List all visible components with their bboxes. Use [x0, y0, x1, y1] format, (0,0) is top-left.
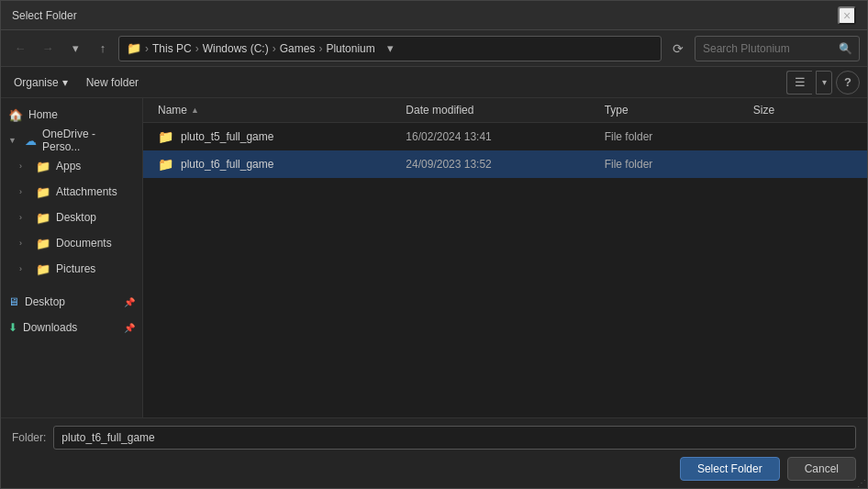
- file-list-body: 📁 pluto_t5_full_game 16/02/2024 13:41 Fi…: [143, 123, 867, 417]
- folder-label: Folder:: [12, 431, 46, 444]
- sidebar-item-attachments-label: Attachments: [56, 185, 117, 198]
- breadcrumb-dropdown-button[interactable]: ▾: [381, 37, 401, 61]
- desktop-folder-chevron-icon: ›: [19, 213, 30, 222]
- desktop-quick-icon: 🖥: [8, 295, 19, 308]
- home-icon: 🏠: [8, 108, 23, 122]
- pictures-chevron-icon: ›: [19, 264, 30, 273]
- up-button[interactable]: ↑: [91, 37, 115, 61]
- file-row-1-name: 📁 pluto_t5_full_game: [158, 129, 406, 144]
- back-button[interactable]: ←: [8, 37, 32, 61]
- file-row-2-date: 24/09/2023 13:52: [406, 158, 604, 171]
- sidebar-item-home[interactable]: 🏠 Home: [1, 102, 142, 128]
- view-dropdown-button[interactable]: ▾: [816, 71, 832, 94]
- breadcrumb-separator-4: ›: [318, 42, 322, 55]
- sidebar-item-onedrive-label: OneDrive - Perso...: [42, 128, 135, 153]
- col-type-label: Type: [605, 104, 629, 117]
- col-name-label: Name: [158, 104, 187, 117]
- file-list-header: Name ▲ Date modified Type Size: [143, 98, 867, 123]
- col-header-size[interactable]: Size: [753, 104, 852, 117]
- col-header-type[interactable]: Type: [605, 104, 753, 117]
- help-button[interactable]: ?: [836, 71, 860, 94]
- folder-input[interactable]: [53, 426, 856, 450]
- cancel-button[interactable]: Cancel: [787, 457, 856, 481]
- sidebar-item-desktop-folder-label: Desktop: [56, 211, 96, 224]
- refresh-button[interactable]: ⟳: [665, 36, 691, 61]
- title-bar: Select Folder ×: [1, 1, 867, 30]
- attachments-folder-icon: 📁: [36, 185, 50, 199]
- breadcrumb-folder-icon: 📁: [127, 41, 141, 55]
- file-row-1-type: File folder: [605, 130, 753, 143]
- dropdown-button[interactable]: ▾: [63, 37, 87, 61]
- sidebar: 🏠 Home ▼ ☁ OneDrive - Perso... › 📁 Apps …: [1, 98, 143, 417]
- pictures-folder-icon: 📁: [36, 262, 50, 276]
- file-folder-icon-1: 📁: [158, 129, 173, 144]
- search-input[interactable]: [695, 36, 860, 61]
- button-row: Select Folder Cancel: [12, 457, 856, 481]
- sidebar-item-desktop-quick-label: Desktop: [25, 295, 65, 308]
- apps-folder-icon: 📁: [36, 160, 50, 173]
- breadcrumb-separator-2: ›: [195, 42, 199, 55]
- table-row[interactable]: 📁 pluto_t5_full_game 16/02/2024 13:41 Fi…: [143, 123, 867, 150]
- onedrive-chevron-icon: ▼: [8, 136, 19, 145]
- main-content: 🏠 Home ▼ ☁ OneDrive - Perso... › 📁 Apps …: [1, 98, 867, 417]
- col-header-date[interactable]: Date modified: [406, 104, 604, 117]
- attachments-chevron-icon: ›: [19, 187, 30, 196]
- organise-label: Organise: [14, 76, 59, 89]
- onedrive-icon: ☁: [25, 134, 37, 148]
- desktop-pin-icon: 📌: [124, 297, 135, 307]
- nav-toolbar: ← → ▾ ↑ 📁 › This PC › Windows (C:) › Gam…: [1, 30, 867, 67]
- file-area: Name ▲ Date modified Type Size 📁 plut: [143, 98, 867, 417]
- table-row[interactable]: 📁 pluto_t6_full_game 24/09/2023 13:52 Fi…: [143, 150, 867, 178]
- resize-handle[interactable]: ⋰: [856, 477, 867, 488]
- file-folder-icon-2: 📁: [158, 157, 173, 172]
- close-button[interactable]: ×: [838, 6, 856, 25]
- sidebar-item-home-label: Home: [28, 108, 58, 121]
- sort-icon: ▲: [191, 106, 199, 115]
- desktop-folder-icon: 📁: [36, 211, 50, 225]
- breadcrumb-separator-3: ›: [273, 42, 276, 55]
- sidebar-item-downloads[interactable]: ⬇ Downloads 📌: [1, 315, 142, 340]
- file-name-label-1: pluto_t5_full_game: [181, 130, 273, 143]
- new-folder-button[interactable]: New folder: [81, 74, 144, 91]
- organise-toolbar: Organise ▾ New folder ☰ ▾ ?: [1, 67, 867, 98]
- sidebar-item-downloads-label: Downloads: [23, 321, 77, 334]
- sidebar-item-onedrive[interactable]: ▼ ☁ OneDrive - Perso...: [1, 128, 142, 153]
- sidebar-item-documents[interactable]: › 📁 Documents: [1, 230, 142, 256]
- search-box-wrap: 🔍: [695, 36, 860, 61]
- breadcrumb-separator-1: ›: [145, 42, 149, 55]
- sidebar-item-apps-label: Apps: [56, 160, 81, 172]
- select-folder-button[interactable]: Select Folder: [680, 457, 780, 481]
- file-row-2-name: 📁 pluto_t6_full_game: [158, 157, 406, 172]
- view-button[interactable]: ☰: [786, 71, 812, 94]
- sidebar-item-pictures[interactable]: › 📁 Pictures: [1, 256, 142, 282]
- downloads-pin-icon: 📌: [124, 323, 135, 333]
- breadcrumb-games: Games: [280, 42, 316, 55]
- forward-button[interactable]: →: [36, 37, 60, 61]
- file-name-label-2: pluto_t6_full_game: [181, 158, 273, 171]
- file-row-1-date: 16/02/2024 13:41: [406, 130, 604, 143]
- dialog-title: Select Folder: [12, 9, 77, 22]
- folder-row: Folder:: [12, 426, 856, 450]
- sidebar-item-documents-label: Documents: [56, 237, 112, 250]
- documents-folder-icon: 📁: [36, 237, 50, 250]
- col-size-label: Size: [753, 104, 774, 117]
- sidebar-item-pictures-label: Pictures: [56, 262, 95, 275]
- breadcrumb-windows: Windows (C:): [203, 42, 269, 55]
- sidebar-item-apps[interactable]: › 📁 Apps: [1, 153, 142, 179]
- col-date-label: Date modified: [406, 104, 473, 117]
- toolbar2-right: ☰ ▾ ?: [786, 71, 860, 94]
- footer: Folder: Select Folder Cancel: [1, 417, 867, 488]
- sidebar-item-attachments[interactable]: › 📁 Attachments: [1, 179, 142, 205]
- col-header-name[interactable]: Name ▲: [158, 104, 406, 117]
- sidebar-item-desktop-folder[interactable]: › 📁 Desktop: [1, 205, 142, 230]
- breadcrumb-plutonium: Plutonium: [326, 42, 374, 55]
- apps-chevron-icon: ›: [19, 161, 30, 171]
- documents-chevron-icon: ›: [19, 239, 30, 248]
- organise-arrow-icon: ▾: [62, 76, 68, 89]
- sidebar-item-desktop-quick[interactable]: 🖥 Desktop 📌: [1, 289, 142, 315]
- file-row-2-type: File folder: [605, 158, 753, 171]
- select-folder-dialog: Select Folder × ← → ▾ ↑ 📁 › This PC › Wi…: [0, 0, 868, 489]
- organise-button[interactable]: Organise ▾: [8, 74, 73, 91]
- downloads-icon: ⬇: [8, 321, 17, 334]
- breadcrumb-bar[interactable]: 📁 › This PC › Windows (C:) › Games › Plu…: [118, 36, 662, 61]
